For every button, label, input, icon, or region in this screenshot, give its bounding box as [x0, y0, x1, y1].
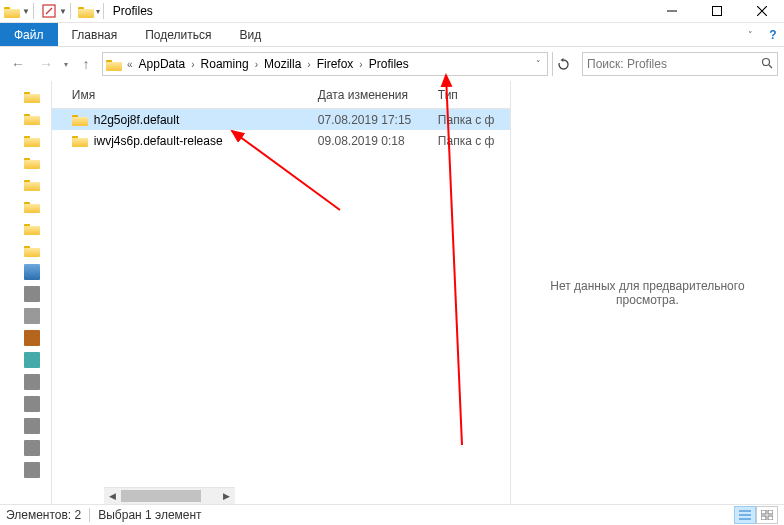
separator: [70, 3, 71, 19]
file-name: h2g5oj8f.default: [94, 113, 179, 127]
search-icon[interactable]: [761, 57, 773, 72]
tree-folder-icon[interactable]: [24, 244, 40, 257]
tree-item-icon[interactable]: [24, 352, 40, 368]
ribbon: Файл Главная Поделиться Вид ˅ ?: [0, 23, 784, 47]
tree-item-icon[interactable]: [24, 440, 40, 456]
status-bar: Элементов: 2 Выбран 1 элемент: [0, 504, 784, 525]
ribbon-file-tab[interactable]: Файл: [0, 23, 58, 46]
tree-folder-icon[interactable]: [24, 178, 40, 191]
chevron-right-icon[interactable]: ›: [357, 59, 364, 70]
file-type: Папка с ф: [430, 113, 510, 127]
breadcrumb-item[interactable]: Firefox: [313, 57, 358, 71]
search-placeholder: Поиск: Profiles: [587, 57, 761, 71]
file-date: 09.08.2019 0:18: [310, 134, 430, 148]
tree-folder-icon[interactable]: [24, 112, 40, 125]
tree-item-icon[interactable]: [24, 462, 40, 478]
app-folder-icon: [4, 3, 20, 19]
ribbon-tab-home[interactable]: Главная: [58, 23, 132, 46]
close-button[interactable]: [739, 0, 784, 23]
column-type[interactable]: Тип: [430, 81, 510, 108]
address-dropdown-icon[interactable]: ˅: [536, 59, 541, 69]
title-folder-icon: [78, 3, 94, 19]
tree-folder-icon[interactable]: [24, 90, 40, 103]
nav-row: ← → ▾ ↑ « AppData › Roaming › Mozilla › …: [0, 47, 784, 81]
chevron-right-icon[interactable]: ›: [189, 59, 196, 70]
back-button[interactable]: ←: [6, 52, 30, 76]
window-title: Profiles: [113, 4, 153, 18]
separator: [33, 3, 34, 19]
breadcrumb-overflow-icon[interactable]: «: [127, 59, 133, 70]
navigation-pane[interactable]: [0, 81, 52, 504]
folder-icon: [72, 134, 88, 147]
ribbon-tab-share[interactable]: Поделиться: [131, 23, 225, 46]
ribbon-collapse-icon[interactable]: ˅: [738, 23, 762, 46]
chevron-right-icon[interactable]: ›: [305, 59, 312, 70]
tree-item-icon[interactable]: [24, 308, 40, 324]
tree-item-icon[interactable]: [24, 396, 40, 412]
table-row[interactable]: iwvj4s6p.default-release09.08.2019 0:18П…: [52, 130, 510, 151]
forward-button[interactable]: →: [34, 52, 58, 76]
svg-rect-12: [761, 516, 766, 520]
horizontal-scrollbar[interactable]: ◀ ▶: [104, 487, 235, 504]
breadcrumb-item[interactable]: Mozilla: [260, 57, 305, 71]
breadcrumb-item[interactable]: Roaming: [197, 57, 253, 71]
up-button[interactable]: ↑: [74, 52, 98, 76]
svg-rect-2: [712, 7, 721, 16]
svg-point-5: [763, 58, 770, 65]
breadcrumb-folder-icon: [105, 55, 123, 73]
preview-pane: Нет данных для предварительного просмотр…: [510, 81, 784, 504]
tree-folder-icon[interactable]: [24, 134, 40, 147]
file-name: iwvj4s6p.default-release: [94, 134, 223, 148]
file-type: Папка с ф: [430, 134, 510, 148]
title-bar: ▼ ▼ ▾ Profiles: [0, 0, 784, 23]
help-icon[interactable]: ?: [762, 23, 784, 46]
tree-item-icon[interactable]: [24, 418, 40, 434]
svg-rect-10: [761, 510, 766, 514]
column-headers: Имя Дата изменения Тип: [52, 81, 510, 109]
folder-icon: [72, 113, 88, 126]
maximize-button[interactable]: [694, 0, 739, 23]
scroll-right-icon[interactable]: ▶: [218, 488, 235, 504]
svg-rect-11: [768, 510, 773, 514]
properties-icon[interactable]: [41, 3, 57, 19]
file-list: Имя Дата изменения Тип h2g5oj8f.default0…: [52, 81, 510, 504]
column-date[interactable]: Дата изменения: [310, 81, 430, 108]
table-row[interactable]: h2g5oj8f.default07.08.2019 17:15Папка с …: [52, 109, 510, 130]
status-item-count: Элементов: 2: [6, 508, 81, 522]
main-area: Имя Дата изменения Тип h2g5oj8f.default0…: [0, 81, 784, 504]
status-selection: Выбран 1 элемент: [98, 508, 201, 522]
tree-item-icon[interactable]: [24, 330, 40, 346]
tree-folder-icon[interactable]: [24, 200, 40, 213]
chevron-right-icon[interactable]: ›: [253, 59, 260, 70]
tree-folder-icon[interactable]: [24, 222, 40, 235]
address-bar[interactable]: « AppData › Roaming › Mozilla › Firefox …: [102, 52, 548, 76]
search-box[interactable]: Поиск: Profiles: [582, 52, 778, 76]
breadcrumb-item[interactable]: Profiles: [365, 57, 413, 71]
svg-line-6: [769, 65, 772, 68]
breadcrumb-item[interactable]: AppData: [135, 57, 190, 71]
scroll-thumb[interactable]: [121, 490, 201, 502]
history-dropdown-icon[interactable]: ▾: [62, 60, 70, 69]
column-name[interactable]: Имя: [52, 81, 310, 108]
tree-folder-icon[interactable]: [24, 156, 40, 169]
scroll-left-icon[interactable]: ◀: [104, 488, 121, 504]
title-dropdown-icon[interactable]: ▾: [96, 7, 100, 16]
separator: [89, 508, 90, 522]
view-details-button[interactable]: [734, 506, 756, 524]
tree-item-icon[interactable]: [24, 286, 40, 302]
qat-dropdown2-icon[interactable]: ▼: [59, 7, 67, 16]
preview-empty-text: Нет данных для предварительного просмотр…: [519, 279, 776, 307]
view-icons-button[interactable]: [756, 506, 778, 524]
separator: [103, 3, 104, 19]
tree-item-icon[interactable]: [24, 374, 40, 390]
qat-dropdown-icon[interactable]: ▼: [22, 7, 30, 16]
tree-pc-icon[interactable]: [24, 264, 40, 280]
file-date: 07.08.2019 17:15: [310, 113, 430, 127]
minimize-button[interactable]: [649, 0, 694, 23]
refresh-button[interactable]: [552, 52, 574, 76]
svg-rect-13: [768, 516, 773, 520]
ribbon-tab-view[interactable]: Вид: [225, 23, 275, 46]
